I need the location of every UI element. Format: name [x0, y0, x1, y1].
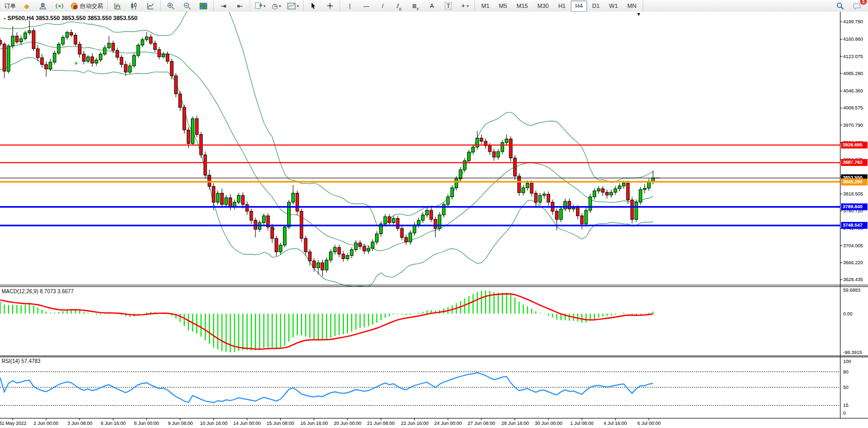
new-order-label: 订单 [4, 2, 16, 10]
period-clock-icon: ◷ [272, 3, 278, 10]
label-tool-button[interactable]: T [441, 1, 456, 12]
date-axis-label: 22 Jun 16:00 [401, 421, 428, 426]
date-axis-label: 8 Jun 00:00 [134, 421, 159, 426]
date-axis-label: 16 Jun 16:00 [300, 421, 328, 426]
timeframe-button-h4[interactable]: H4 [571, 1, 587, 12]
crosshair-icon [326, 2, 334, 10]
candlestick-chart-icon [130, 2, 138, 10]
price-axis-tick-label: 4199.790 [843, 19, 863, 24]
timeframe-button-h1[interactable]: H1 [554, 1, 570, 12]
profile-button[interactable] [35, 1, 51, 12]
macd-scale-max-label: 59.6883 [843, 287, 861, 293]
date-axis-label: 4 Jul 16:00 [604, 421, 627, 426]
chart-shift-button[interactable]: ⇤ [232, 1, 248, 12]
chat-icon [853, 2, 861, 10]
timeframe-button-m15[interactable]: M15 [513, 1, 532, 12]
auto-scroll-button[interactable]: ⇥ [216, 1, 231, 12]
date-axis-label: 1 Jul 08:00 [570, 421, 593, 426]
rsi-scale-label: 0 [843, 411, 846, 416]
price-axis-tick-label: 3704.005 [843, 243, 863, 248]
chat-button[interactable]: 1 [849, 1, 864, 12]
zoom-out-button[interactable] [179, 1, 195, 12]
price-axis-tick-label: 4008.575 [843, 105, 863, 110]
timeframe-button-m1[interactable]: M1 [477, 1, 494, 12]
macd-label: MACD(12,26,9) 8.7073 3.6677 [2, 289, 74, 294]
toolbar-group-right: 1 [830, 0, 868, 12]
timeframe-button-d1[interactable]: D1 [588, 1, 604, 12]
date-axis-label: 20 Jun 00:00 [334, 421, 361, 426]
vertical-line-icon: | [349, 3, 351, 9]
search-button[interactable] [833, 1, 848, 12]
channel-button[interactable]: ⫽E [391, 1, 407, 12]
macd-scale-min-label: -98.3915 [843, 350, 862, 355]
rsi-scale-label: 15 [843, 403, 848, 408]
price-line-label: 3789.840 [841, 203, 867, 210]
date-axis-label: 3 Jun 08:00 [67, 421, 92, 426]
rsi-scale-label: 100 [843, 359, 851, 364]
scroll-to-end-marker[interactable]: ▼ [636, 12, 641, 17]
timeframe-button-m30[interactable]: M30 [533, 1, 553, 12]
fibonacci-sub-label: F [417, 7, 419, 11]
toolbar-group-trade: 订单 ◆ 自动交易 [0, 0, 108, 12]
profile-icon [39, 2, 47, 10]
date-axis-label: 24 Jun 00:00 [434, 421, 462, 426]
new-order-button[interactable]: 订单 [2, 1, 18, 12]
arrows-caret-icon: ▾ [467, 4, 469, 8]
add-indicator-button[interactable]: ▾ [252, 1, 268, 12]
auto-scroll-icon: ⇥ [221, 3, 226, 10]
toolbar-group-cursor [304, 0, 340, 12]
text-tool-button[interactable]: A [424, 1, 440, 12]
candlestick-chart-button[interactable] [126, 1, 142, 12]
date-axis-label: 14 Jun 00:00 [233, 421, 261, 426]
cursor-icon [310, 2, 317, 10]
price-axis-tick-label: 3970.790 [843, 123, 863, 128]
zoom-in-icon [167, 2, 175, 10]
line-chart-button[interactable] [143, 1, 158, 12]
chart-shift-icon: ⇤ [237, 3, 243, 10]
price-line-label: 3748.547 [841, 222, 867, 229]
price-line-label: 3926.695 [841, 142, 867, 148]
fibonacci-button[interactable]: ≣F [408, 1, 423, 12]
timeframe-toolbar: M1M5M15M30H1H4D1W1MN [475, 0, 643, 12]
tag-icon: ◆ [24, 3, 30, 10]
toolbar-group-shift: ⇥ ⇤ [214, 0, 250, 12]
tag-button[interactable]: ◆ [19, 1, 34, 12]
price-line-label: 3845.290 [841, 179, 867, 185]
label-tool-icon: T [445, 2, 452, 10]
signal-button[interactable] [52, 1, 67, 12]
channel-sub-label: E [399, 7, 402, 11]
bar-chart-button[interactable] [110, 1, 125, 12]
rsi-scale-label: 80 [843, 369, 848, 375]
autotrade-button[interactable]: 自动交易 [68, 1, 105, 12]
chart-window[interactable]: ▾ SP500,H4 3853.550 3853.550 3853.550 38… [0, 12, 868, 428]
autotrade-icon [70, 2, 78, 10]
zoom-out-icon [183, 2, 191, 10]
crosshair-button[interactable] [322, 1, 337, 12]
template-icon [287, 3, 296, 10]
timeframe-button-mn[interactable]: MN [623, 1, 641, 12]
chart-title: ▾ SP500,H4 3853.550 3853.550 3853.550 38… [4, 15, 138, 21]
trendline-button[interactable]: / [375, 1, 390, 12]
period-caret-icon: ▾ [279, 4, 281, 8]
arrows-tool-button[interactable]: ✦▾ [457, 1, 472, 12]
template-button[interactable]: ▾ [285, 1, 301, 12]
timeframe-button-w1[interactable]: W1 [605, 1, 623, 12]
vertical-line-button[interactable]: | [342, 1, 358, 12]
bar-chart-icon [114, 2, 122, 10]
main-toolbar: 订单 ◆ 自动交易 [0, 0, 868, 12]
period-button[interactable]: ◷ ▾ [269, 1, 284, 12]
date-axis-label: 10 Jun 16:00 [200, 421, 227, 426]
horizontal-line-icon: — [363, 3, 369, 9]
timeframe-button-m5[interactable]: M5 [495, 1, 511, 12]
price-axis-tick-label: 3666.220 [843, 260, 863, 265]
zoom-in-button[interactable] [163, 1, 178, 12]
horizontal-line-button[interactable]: — [359, 1, 374, 12]
tile-windows-button[interactable] [196, 1, 211, 12]
macd-scale-zero-label: 0.00 [843, 311, 853, 317]
trendline-icon: / [382, 3, 383, 9]
chart-canvas[interactable]: ++ [0, 12, 868, 428]
line-chart-icon [147, 2, 154, 10]
cursor-button[interactable] [306, 1, 321, 12]
date-axis-label: 27 Jun 08:00 [468, 421, 495, 426]
price-axis-tick-label: 3818.505 [843, 191, 863, 197]
